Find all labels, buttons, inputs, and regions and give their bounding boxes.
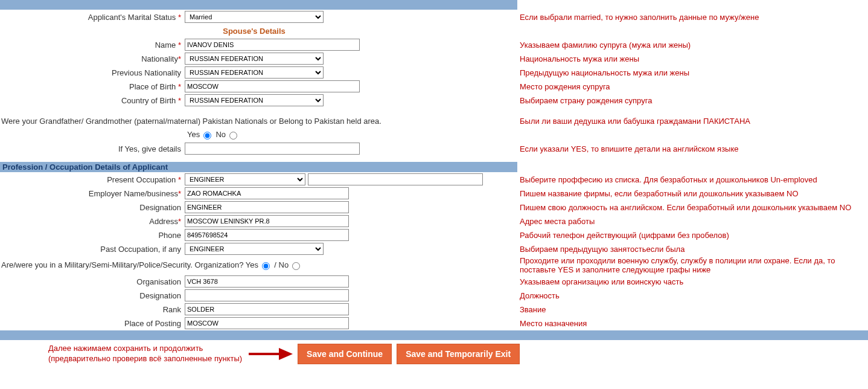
- marital-status-label: Applicant's Marital Status *: [0, 13, 185, 22]
- employer-hint: Пишем название фирмы, если безработный и…: [517, 189, 799, 198]
- bottom-blue-bar: [0, 330, 868, 340]
- spouse-name-input[interactable]: [185, 39, 360, 51]
- pakistan-no-label: No: [215, 130, 226, 139]
- organisation-hint: Указываем организацию или воинскую часть: [517, 277, 683, 286]
- designation-input[interactable]: [185, 201, 349, 213]
- spouse-nationality-select[interactable]: RUSSIAN FEDERATION: [185, 53, 324, 65]
- place-of-birth-label: Place of Birth *: [0, 82, 185, 91]
- top-blue-bar: [0, 0, 517, 10]
- country-of-birth-hint: Выбираем страну рождения супруга: [517, 96, 652, 105]
- address-hint: Адрес места работы: [517, 217, 595, 226]
- rank-input[interactable]: [185, 303, 349, 315]
- employer-label: Employer Name/business*: [0, 189, 185, 198]
- present-occupation-select[interactable]: ENGINEER: [185, 173, 305, 185]
- save-exit-button[interactable]: Save and Temporarily Exit: [397, 344, 520, 364]
- military-question: Are/were you in a Military/Semi-Military…: [0, 260, 302, 269]
- military-hint: Проходите или проходили военную службу, …: [517, 256, 864, 274]
- mil-designation-label: Designation: [0, 291, 185, 300]
- past-occupation-label: Past Occupation, if any: [0, 245, 185, 254]
- military-yes-radio[interactable]: [262, 262, 270, 270]
- pakistan-details-input[interactable]: [185, 143, 360, 155]
- prev-nationality-label: Previous Nationality: [0, 68, 185, 77]
- mil-designation-hint: Должность: [517, 291, 560, 300]
- footer-instruction: Далее нажимаем сохранить и продолжить (п…: [48, 344, 242, 364]
- posting-label: Place of Posting: [0, 319, 185, 328]
- present-occupation-extra-input[interactable]: [308, 173, 483, 185]
- spouse-name-hint: Указываем фамилию супруга (мужа или жены…: [517, 40, 691, 50]
- designation-hint: Пишем свою должность на английском. Если…: [517, 203, 851, 212]
- address-input[interactable]: [185, 215, 349, 227]
- rank-hint: Звание: [517, 305, 546, 314]
- marital-status-hint: Если выбрали married, то нужно заполнить…: [517, 13, 759, 22]
- save-continue-button[interactable]: Save and Continue: [298, 344, 392, 364]
- posting-input[interactable]: [185, 317, 349, 329]
- country-of-birth-label: Country of Birth *: [0, 96, 185, 105]
- phone-input[interactable]: [185, 229, 349, 241]
- rank-label: Rank: [0, 305, 185, 314]
- pakistan-hint: Были ли ваши дедушка или бабушка граждам…: [517, 117, 750, 126]
- spouse-details-title: Spouse's Details: [185, 27, 324, 36]
- military-no-radio[interactable]: [292, 262, 300, 270]
- past-occupation-select[interactable]: ENGINEER: [185, 243, 324, 255]
- pakistan-no-radio[interactable]: [229, 132, 237, 140]
- prev-nationality-select[interactable]: RUSSIAN FEDERATION: [185, 66, 324, 79]
- place-of-birth-hint: Место рождения супруга: [517, 82, 610, 91]
- spouse-nationality-label: Nationality*: [0, 54, 185, 63]
- organisation-label: Organisation: [0, 277, 185, 286]
- employer-input[interactable]: [185, 187, 349, 199]
- pakistan-yes-radio[interactable]: [203, 132, 211, 140]
- pakistan-details-label: If Yes, give details: [0, 144, 185, 153]
- designation-label: Designation: [0, 203, 185, 212]
- past-occupation-hint: Выбираем предыдущую занятостьесли была: [517, 245, 685, 254]
- arrow-icon: [246, 345, 294, 363]
- place-of-birth-input[interactable]: [185, 80, 360, 92]
- profession-section-header: Profession / Occupation Details of Appli…: [0, 162, 517, 172]
- mil-designation-input[interactable]: [185, 289, 349, 301]
- spouse-nationality-hint: Национальность мужа или жены: [517, 54, 639, 63]
- phone-label: Phone: [0, 231, 185, 240]
- phone-hint: Рабочий телефон действующий (цифрами без…: [517, 231, 729, 240]
- pakistan-yes-label: Yes: [187, 130, 200, 139]
- posting-hint: Место назначения: [517, 319, 587, 328]
- address-label: Address*: [0, 217, 185, 226]
- present-occupation-hint: Выберите проффесию из списка. Для безраб…: [517, 175, 817, 184]
- prev-nationality-hint: Предыдущую национальность мужа или жены: [517, 68, 689, 77]
- pakistan-details-hint: Если указали YES, то впишите детали на а…: [517, 144, 739, 153]
- pakistan-question: Were your Grandfather/ Grandmother (pate…: [0, 117, 381, 126]
- organisation-input[interactable]: [185, 275, 349, 288]
- marital-status-select[interactable]: Married: [185, 11, 324, 23]
- present-occupation-label: Present Occupation *: [0, 175, 185, 184]
- spouse-name-label: Name *: [0, 40, 185, 50]
- country-of-birth-select[interactable]: RUSSIAN FEDERATION: [185, 94, 324, 106]
- svg-marker-1: [279, 348, 293, 360]
